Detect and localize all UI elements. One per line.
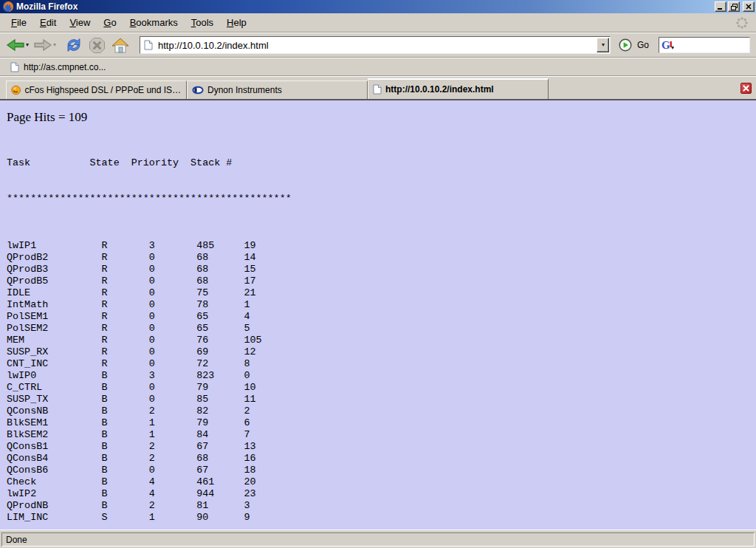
tab-close-button[interactable] [740,83,752,94]
table-cell: 19 [244,240,255,252]
cfos-icon [11,84,21,96]
table-cell: QConsB6 [7,465,102,476]
table-header-row: TaskStatePriorityStack # [7,157,756,169]
close-button[interactable] [743,1,755,12]
menu-go[interactable]: Go [97,15,123,30]
table-cell: B [102,417,149,429]
table-cell: 7 [244,429,250,441]
table-cell: R [102,240,149,252]
table-row: lwIP1R348519 [7,240,756,252]
table-cell: 823 [196,370,244,382]
table-cell: PolSEM2 [7,323,102,335]
table-cell: R [102,358,149,370]
menu-view[interactable]: View [63,15,97,30]
table-cell: 1 [149,417,196,429]
table-cell: lwIP0 [7,370,102,382]
throbber-icon [735,16,749,30]
table-cell: 0 [149,382,196,394]
menu-help[interactable]: Help [220,15,253,30]
close-icon [746,4,752,10]
table-cell: 11 [244,394,255,405]
menu-bookmarks[interactable]: Bookmarks [123,15,185,30]
table-cell: 72 [196,358,244,370]
tab-cfos[interactable]: cFos Highspeed DSL / PPPoE und ISDN CAP.… [6,81,187,99]
back-icon [6,38,25,52]
table-row: BlkSEM2B1847 [7,429,756,441]
table-cell: 12 [244,346,255,358]
minimize-button[interactable] [715,1,726,12]
table-cell: 8 [244,358,250,370]
table-cell: 75 [196,287,244,299]
menu-edit[interactable]: Edit [33,15,63,30]
search-engine-dropdown-icon[interactable]: ▾ [671,45,674,51]
go-button[interactable]: Go [615,37,653,53]
minimize-icon [718,4,724,10]
table-cell: 2 [149,405,196,417]
table-row: QConsNBB2822 [7,405,756,417]
column-header-task: Task [7,157,89,169]
url-dropdown-button[interactable]: ▾ [597,38,609,52]
bookmark-item[interactable]: http://as.cmpnet.co... [7,61,109,74]
reload-icon [65,37,83,53]
restore-icon [731,4,738,10]
stop-icon [89,37,106,54]
chevron-down-icon: ▾ [602,42,605,48]
forward-dropdown-icon[interactable]: ▾ [53,42,56,48]
table-cell: QProdB5 [7,275,102,287]
table-cell: B [102,453,149,465]
table-cell: 90 [196,512,244,524]
restore-button[interactable] [728,1,740,12]
table-cell: QConsB4 [7,453,102,465]
table-row: IDLER07521 [7,287,756,299]
navigation-toolbar: ▾ ▾ http://10.0.10.2/index.html ▾ Go G ▾ [0,32,756,58]
table-cell: 14 [244,252,255,264]
table-cell: R [102,252,149,264]
table-cell: QConsNB [7,405,102,417]
table-cell: lwIP1 [7,240,102,252]
reload-button[interactable] [65,37,83,53]
table-cell: 0 [149,299,196,311]
search-input[interactable]: G ▾ [659,37,750,53]
table-cell: B [102,382,149,394]
table-row: MEMR076105 [7,335,756,346]
table-cell: 81 [196,500,244,512]
table-cell: 3 [149,370,196,382]
table-cell: C_CTRL [7,382,102,394]
table-cell: B [102,476,149,488]
table-cell: 2 [149,500,196,512]
table-row: SUSP_TXB08511 [7,394,756,405]
menu-tools[interactable]: Tools [185,15,220,30]
window-title: Mozilla Firefox [16,1,713,12]
table-row: QProdB2R06814 [7,252,756,264]
task-table-rows: lwIP1R348519QProdB2R06814QProdB3R06815QP… [7,240,756,524]
tab-dynon[interactable]: Dynon Instruments [187,81,368,99]
go-icon [619,38,632,52]
forward-button[interactable]: ▾ [33,38,56,52]
table-cell: 4 [149,476,196,488]
table-row: BlkSEM1B1796 [7,417,756,429]
back-dropdown-icon[interactable]: ▾ [26,42,29,48]
url-input[interactable]: http://10.0.10.2/index.html [158,40,269,51]
svg-text:G: G [662,39,670,51]
table-row: C_CTRLB07910 [7,382,756,394]
page-icon [10,62,19,72]
table-cell: IntMath [7,299,102,311]
home-icon [111,38,129,53]
bookmarks-toolbar: http://as.cmpnet.co... [0,58,756,76]
tab-index-html[interactable]: http://10.0.10.2/index.html [368,78,549,99]
table-cell: B [102,465,149,476]
table-cell: 4 [244,311,250,323]
table-row: QConsB1B26713 [7,441,756,453]
table-row: QProdB5R06817 [7,275,756,287]
home-button[interactable] [111,38,129,53]
task-table: TaskStatePriorityStack # ***************… [7,134,756,530]
menu-file[interactable]: File [4,15,33,30]
table-cell: 68 [196,252,244,264]
stop-button[interactable] [89,37,106,54]
table-cell: 79 [196,417,244,429]
table-row: lwIP2B494423 [7,488,756,500]
table-cell: 68 [196,453,244,465]
url-bar[interactable]: http://10.0.10.2/index.html ▾ [140,36,611,54]
back-button[interactable]: ▾ [6,38,29,52]
table-row: SUSP_RXR06912 [7,346,756,358]
